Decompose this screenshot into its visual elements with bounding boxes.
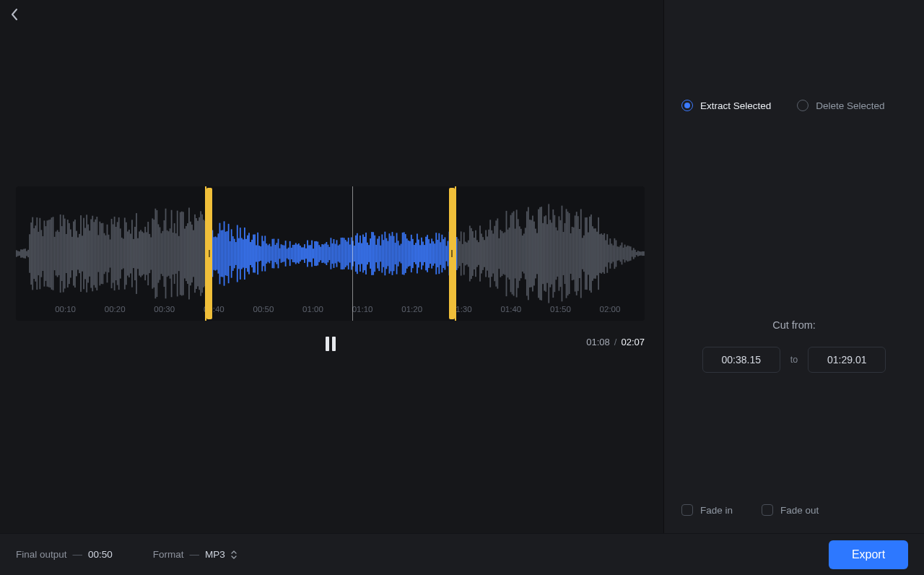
svg-rect-128 (203, 220, 204, 288)
svg-rect-415 (623, 248, 624, 259)
svg-rect-31 (61, 226, 63, 281)
svg-rect-319 (482, 237, 484, 270)
svg-rect-396 (595, 228, 596, 279)
waveform[interactable]: 00:1000:2000:3000:4000:5001:0001:1001:20… (16, 186, 645, 321)
svg-rect-406 (609, 238, 611, 269)
svg-rect-37 (70, 230, 71, 278)
svg-rect-85 (140, 230, 141, 277)
svg-rect-423 (635, 250, 636, 258)
svg-rect-46 (83, 218, 84, 290)
svg-rect-330 (498, 238, 500, 269)
svg-rect-15 (38, 232, 39, 275)
dash: — (190, 549, 200, 560)
svg-rect-118 (188, 208, 190, 300)
svg-rect-116 (186, 226, 187, 281)
svg-rect-384 (578, 216, 579, 291)
svg-rect-342 (516, 209, 518, 297)
radio-extract-selected[interactable]: Extract Selected (681, 100, 771, 111)
cut-from-start-input[interactable] (702, 347, 780, 373)
svg-rect-331 (500, 230, 501, 277)
svg-rect-14 (36, 217, 38, 290)
svg-rect-108 (174, 223, 175, 284)
svg-rect-392 (589, 217, 590, 290)
selection-handle-left[interactable] (206, 188, 212, 319)
svg-rect-34 (66, 234, 67, 273)
svg-rect-81 (134, 227, 136, 280)
play-pause-button[interactable] (318, 332, 343, 356)
svg-rect-109 (175, 233, 177, 274)
svg-rect-70 (118, 217, 120, 290)
svg-rect-61 (105, 235, 107, 272)
updown-caret-icon (231, 550, 237, 559)
svg-rect-32 (63, 215, 64, 293)
svg-rect-369 (555, 228, 557, 280)
svg-rect-388 (583, 235, 585, 272)
format-value: MP3 (205, 549, 225, 560)
svg-rect-25 (53, 217, 54, 290)
radio-dot-icon (681, 100, 693, 111)
checkbox-fade-in[interactable]: Fade in (681, 504, 733, 516)
svg-rect-390 (586, 217, 588, 290)
svg-rect-19 (43, 220, 45, 286)
svg-rect-421 (632, 250, 633, 256)
back-button[interactable] (4, 4, 25, 25)
svg-rect-354 (533, 222, 535, 286)
svg-rect-56 (97, 235, 99, 272)
svg-rect-405 (608, 245, 609, 263)
svg-rect-29 (58, 232, 60, 275)
svg-rect-407 (611, 243, 612, 263)
svg-rect-381 (573, 228, 575, 280)
radio-delete-selected[interactable]: Delete Selected (797, 100, 884, 111)
svg-rect-372 (560, 220, 562, 287)
svg-rect-26 (54, 237, 56, 270)
svg-rect-426 (639, 251, 640, 256)
svg-rect-359 (541, 207, 542, 301)
svg-rect-102 (165, 209, 167, 299)
svg-rect-386 (580, 209, 582, 298)
svg-rect-403 (605, 241, 606, 267)
playhead[interactable] (352, 186, 353, 321)
svg-rect-114 (183, 212, 184, 295)
svg-rect-119 (190, 222, 191, 286)
svg-rect-314 (475, 230, 476, 277)
selection-region[interactable] (205, 186, 457, 321)
svg-rect-43 (79, 234, 80, 273)
svg-rect-391 (588, 233, 589, 275)
svg-rect-313 (474, 238, 475, 269)
svg-rect-54 (95, 220, 96, 288)
svg-rect-105 (170, 228, 171, 278)
svg-rect-320 (484, 240, 485, 267)
svg-rect-419 (629, 246, 630, 261)
export-button[interactable]: Export (829, 540, 908, 569)
ruler-tick: 00:30 (154, 305, 175, 314)
svg-rect-334 (505, 232, 506, 274)
svg-rect-63 (108, 235, 110, 272)
selection-handle-right[interactable] (449, 188, 455, 319)
ruler-tick: 01:40 (500, 305, 521, 314)
svg-rect-75 (126, 222, 127, 285)
svg-rect-420 (630, 246, 632, 260)
editor-main: 00:1000:2000:3000:4000:5001:0001:1001:20… (0, 0, 664, 533)
svg-rect-55 (96, 217, 97, 290)
cut-from-end-input[interactable] (808, 347, 886, 373)
svg-rect-78 (130, 233, 131, 273)
final-output-readout: Final output — 00:50 (16, 549, 113, 560)
radio-dot-icon (797, 100, 808, 111)
svg-rect-344 (519, 226, 520, 280)
svg-rect-9 (29, 234, 30, 273)
svg-rect-112 (180, 212, 181, 295)
svg-rect-326 (492, 233, 494, 273)
svg-rect-125 (199, 217, 200, 290)
svg-rect-39 (73, 222, 74, 286)
svg-rect-325 (491, 230, 492, 277)
svg-rect-69 (117, 222, 118, 285)
svg-rect-117 (187, 223, 188, 284)
svg-rect-339 (512, 213, 513, 295)
ruler-tick: 02:00 (600, 305, 621, 314)
cut-from-block: Cut from: to (681, 319, 907, 373)
format-select[interactable]: Format — MP3 (153, 549, 237, 560)
svg-rect-52 (92, 216, 93, 292)
svg-rect-393 (590, 215, 592, 293)
footer: Final output — 00:50 Format — MP3 Export (0, 533, 924, 575)
checkbox-fade-out[interactable]: Fade out (762, 504, 819, 516)
